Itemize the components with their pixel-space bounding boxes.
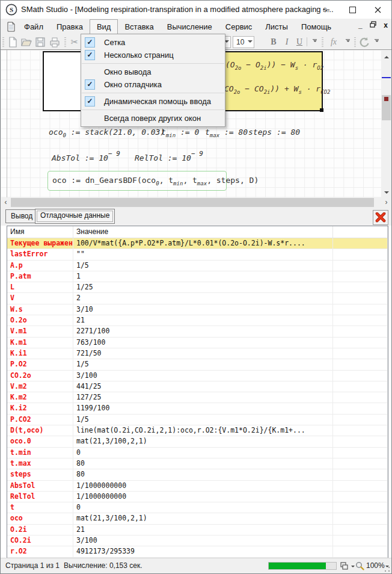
tab-output[interactable]: Вывод (5, 209, 38, 223)
tab-debug-data[interactable]: Отладочные данные (35, 209, 115, 224)
window-close-button[interactable] (367, 1, 388, 19)
table-row[interactable]: O.2i21 (7, 525, 388, 535)
table-row[interactable]: steps80 (7, 469, 388, 480)
vertical-scrollbar[interactable] (381, 50, 391, 197)
menu-правка[interactable]: Правка (50, 20, 90, 34)
window-maximize-button[interactable] (342, 1, 363, 19)
checkmark-icon: ✓ (85, 50, 95, 60)
header-name[interactable]: Имя (7, 226, 73, 238)
table-row[interactable]: K.i1721/50 (7, 348, 388, 359)
formula-tmax[interactable]: tmax := 80 (205, 127, 248, 138)
cell-name: V.m2 (7, 381, 73, 392)
window-minimize-button[interactable] (316, 1, 336, 19)
zoom-level[interactable]: 100% (366, 558, 385, 573)
cell-value: 100/V*mat({A.p*P.O2*P.atm}/L*0.01*(O.2o-… (73, 238, 333, 248)
page-view-icon[interactable] (340, 562, 349, 570)
table-row[interactable]: L1/25 (7, 282, 388, 293)
menu-вид[interactable]: Вид (90, 19, 118, 34)
view-menu-item[interactable]: ✓Сетка (81, 36, 225, 49)
selected-formula-box[interactable]: oco := dn_GearsBDF(oco0, tmin, tmax, ste… (47, 171, 227, 191)
formula-tmin[interactable]: tmin := 0 (161, 127, 199, 138)
formula-oco0[interactable]: oco0 := stack(21.0, 0.03) (49, 127, 165, 138)
cut-icon[interactable]: ✂ (69, 36, 81, 48)
underline-button[interactable]: U (293, 36, 305, 48)
fx-button[interactable]: fx (326, 36, 341, 48)
resize-grip[interactable] (384, 566, 390, 572)
horizontal-scroll-thumb[interactable] (11, 198, 374, 207)
mdi-restore-icon[interactable] (370, 21, 378, 29)
italic-button[interactable]: I (281, 36, 293, 48)
cell-name: A.p (7, 261, 73, 271)
refresh-icon[interactable] (358, 36, 370, 48)
chevron-down-icon[interactable] (351, 566, 355, 569)
table-row[interactable]: A.p1/5 (7, 261, 388, 271)
view-menu-item[interactable]: Окно вывода (81, 66, 225, 78)
mdi-minimize-icon[interactable]: _ (358, 21, 363, 29)
bold-button[interactable]: B (268, 36, 280, 48)
table-row[interactable]: r.O24912173/295339 (7, 546, 388, 557)
table-row[interactable]: CO.2i3/100 (7, 535, 388, 546)
cell-name: W.s (7, 304, 73, 315)
table-row[interactable]: t0 (7, 502, 388, 513)
table-row[interactable]: AbsTol1/1000000000 (7, 481, 388, 492)
menu-сервис[interactable]: Сервис (219, 20, 259, 34)
toolbar-overflow-icon[interactable] (311, 39, 318, 45)
horizontal-scrollbar[interactable]: ‹ › (1, 197, 391, 208)
table-row[interactable]: t.max80 (7, 458, 388, 469)
font-size-combo[interactable]: 10 (233, 36, 254, 48)
table-row[interactable]: V.m12271/100 (7, 326, 388, 337)
table-row[interactable]: P.CO21/5 (7, 415, 388, 425)
menu-вычисление[interactable]: Вычисление (161, 20, 219, 34)
menu-листы[interactable]: Листы (259, 20, 295, 34)
new-sheet-icon[interactable] (7, 36, 19, 48)
formula-reltol[interactable]: RelTol := 10− 9 (135, 149, 203, 159)
table-row[interactable]: K.m1763/100 (7, 338, 388, 348)
region-resize-handle[interactable] (320, 108, 323, 112)
menu-вставка[interactable]: Вставка (118, 20, 160, 34)
view-menu-item[interactable]: ✓Динамическая помощь ввода (81, 95, 225, 108)
table-row[interactable]: V2 (7, 293, 388, 304)
view-menu-item[interactable]: ✓Несколько страниц (81, 49, 225, 61)
zoom-magnifier-icon[interactable] (355, 561, 364, 570)
scroll-left-icon[interactable]: ‹ (1, 197, 11, 208)
cell-value (333, 315, 388, 326)
toolbar-grip[interactable] (2, 37, 4, 47)
table-row[interactable]: P.O21/5 (7, 359, 388, 370)
table-row[interactable]: O.2o21 (7, 315, 388, 326)
save-icon[interactable] (34, 36, 46, 48)
table-row[interactable]: oco.0mat(21,3/100,2,1) (7, 436, 388, 447)
svg-text:S: S (10, 6, 13, 13)
table-row[interactable]: ocomat(21,3/100,2,1) (7, 513, 388, 524)
panel-close-button[interactable] (373, 210, 388, 225)
cell-value (333, 546, 388, 557)
cell-name: K.i1 (7, 348, 73, 359)
app-logo-icon: S (5, 4, 17, 16)
menu-файл[interactable]: Файл (17, 20, 50, 34)
toolbar-overflow-icon[interactable] (373, 39, 380, 45)
table-row[interactable]: t.min0 (7, 448, 388, 458)
view-menu-item[interactable]: ✓Окно отладчика (81, 78, 225, 91)
header-value[interactable]: Значение (73, 226, 333, 238)
mdi-close-icon[interactable]: x (384, 21, 388, 29)
formula-steps[interactable]: steps := 80 (248, 127, 300, 138)
toolbar-overflow-icon[interactable] (345, 39, 351, 45)
menu-помощь[interactable]: Помощь (295, 20, 338, 34)
table-row[interactable]: lastError"" (7, 249, 388, 260)
table-row[interactable]: RelTol1/1000000000 (7, 492, 388, 502)
scroll-up-icon[interactable] (381, 50, 391, 60)
open-icon[interactable] (20, 36, 32, 48)
table-row[interactable]: P.atm1 (7, 271, 388, 282)
scroll-right-icon[interactable]: › (381, 197, 391, 208)
print-icon[interactable] (49, 36, 61, 48)
table-row[interactable]: D(t,oco)line(mat(O.2i,CO.2i,2,1):oco,r.O… (7, 425, 388, 436)
checkmark-icon: ✓ (85, 96, 95, 106)
view-menu-item[interactable]: Всегда поверх других окон (81, 112, 225, 125)
table-row[interactable]: V.m2441/25 (7, 381, 388, 392)
table-row[interactable]: W.s3/10 (7, 304, 388, 315)
table-row[interactable]: K.m2127/25 (7, 392, 388, 403)
formula-abstol[interactable]: AbsTol := 10− 9 (52, 149, 120, 159)
table-row[interactable]: K.i21199/100 (7, 403, 388, 414)
scroll-down-icon[interactable] (381, 187, 391, 197)
table-row[interactable]: Текущее выражение100/V*mat({A.p*P.O2*P.a… (7, 238, 388, 249)
table-row[interactable]: CO.2o3/100 (7, 371, 388, 381)
